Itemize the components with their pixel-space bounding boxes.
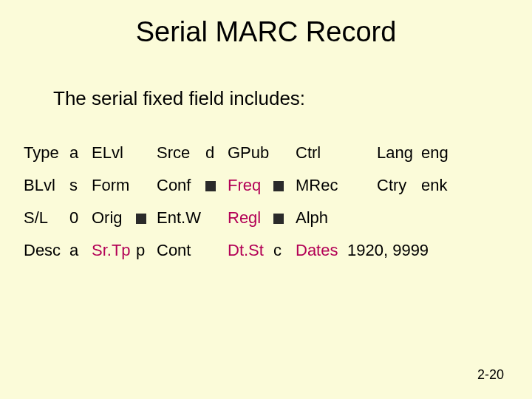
field-value: c xyxy=(273,234,296,267)
field-value: a xyxy=(69,137,92,169)
field-label: Regl xyxy=(228,202,273,234)
field-label: Dt.St xyxy=(228,234,273,267)
field-value: 0 xyxy=(69,202,92,234)
field-value xyxy=(421,202,516,234)
table-row: DescaSr.TppContDt.StcDates1920, 9999 xyxy=(24,234,516,267)
page-number: 2-20 xyxy=(477,367,504,383)
fixed-field-grid: TypeaELvlSrcedGPubCtrlLangengBLvlsFormCo… xyxy=(24,137,516,267)
field-value xyxy=(347,169,377,202)
subtitle: The serial fixed field includes: xyxy=(53,87,305,110)
field-value xyxy=(347,137,377,169)
field-label: BLvl xyxy=(24,169,69,202)
field-label: Ent.W xyxy=(157,202,205,234)
filled-square-icon xyxy=(273,214,284,224)
page-title: Serial MARC Record xyxy=(0,16,532,48)
field-value: s xyxy=(69,169,92,202)
field-value xyxy=(136,202,157,234)
filled-square-icon xyxy=(136,214,146,224)
field-value: eng xyxy=(421,137,516,169)
field-label: MRec xyxy=(296,169,347,202)
field-value: 1920, 9999 xyxy=(347,234,516,267)
field-value: enk xyxy=(421,169,516,202)
slide: Serial MARC Record The serial fixed fiel… xyxy=(0,0,532,399)
field-label xyxy=(377,202,421,234)
table-row: BLvlsFormConfFreqMRecCtryenk xyxy=(24,169,516,202)
field-label: Ctry xyxy=(377,169,421,202)
field-label: Ctrl xyxy=(296,137,347,169)
filled-square-icon xyxy=(205,181,216,191)
field-value xyxy=(273,202,296,234)
field-value xyxy=(205,202,228,234)
field-label: Freq xyxy=(228,169,273,202)
field-value xyxy=(205,234,228,267)
field-label: S/L xyxy=(24,202,69,234)
field-value: a xyxy=(69,234,92,267)
field-value: d xyxy=(205,137,228,169)
field-label: Orig xyxy=(92,202,136,234)
field-label: Lang xyxy=(377,137,421,169)
field-label: ELvl xyxy=(92,137,136,169)
table-row: TypeaELvlSrcedGPubCtrlLangeng xyxy=(24,137,516,169)
field-label: Dates xyxy=(296,234,347,267)
filled-square-icon xyxy=(273,181,284,191)
field-value xyxy=(136,137,157,169)
field-label: Cont xyxy=(157,234,205,267)
field-value xyxy=(136,169,157,202)
field-label: Desc xyxy=(24,234,69,267)
field-label: Form xyxy=(92,169,136,202)
field-value xyxy=(347,202,377,234)
field-value: p xyxy=(136,234,157,267)
field-value xyxy=(205,169,228,202)
fixed-field-table: TypeaELvlSrcedGPubCtrlLangengBLvlsFormCo… xyxy=(24,137,516,267)
field-label: Type xyxy=(24,137,69,169)
field-label: Conf xyxy=(157,169,205,202)
field-value xyxy=(273,137,296,169)
table-row: S/L0OrigEnt.WReglAlph xyxy=(24,202,516,234)
field-label: Alph xyxy=(296,202,347,234)
field-label: Srce xyxy=(157,137,205,169)
field-label: Sr.Tp xyxy=(92,234,136,267)
field-label: GPub xyxy=(228,137,273,169)
field-value xyxy=(273,169,296,202)
